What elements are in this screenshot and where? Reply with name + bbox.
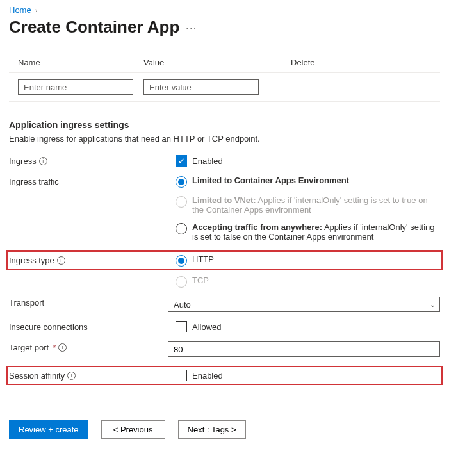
footer-bar: Review + create < Previous Next : Tags > [9, 411, 440, 439]
review-create-button[interactable]: Review + create [9, 420, 88, 439]
chevron-down-icon: ⌄ [430, 300, 436, 309]
traffic-limited-env-radio[interactable] [176, 176, 187, 188]
info-icon[interactable]: i [57, 256, 65, 265]
insecure-label: Insecure connections [9, 322, 88, 332]
column-header-name: Name [9, 58, 143, 67]
next-button[interactable]: Next : Tags > [178, 420, 246, 439]
insecure-allowed-label: Allowed [192, 322, 222, 332]
more-actions-icon[interactable]: ··· [186, 22, 197, 33]
ingress-enabled-label: Enabled [192, 156, 223, 166]
session-affinity-checkbox[interactable] [176, 370, 187, 381]
ingress-subtext: Enable ingress for applications that nee… [9, 134, 440, 144]
insecure-allowed-checkbox[interactable] [176, 321, 187, 332]
session-affinity-label: Session affinity [9, 371, 65, 381]
page-title: Create Container App [9, 17, 179, 37]
env-vars-header: Name Value Delete [9, 51, 440, 73]
ingress-type-tcp-label: TCP [192, 275, 209, 285]
ingress-enabled-checkbox[interactable]: ✓ [176, 155, 187, 167]
info-icon[interactable]: i [39, 157, 47, 165]
ingress-heading: Application ingress settings [9, 120, 440, 130]
column-header-delete: Delete [291, 58, 440, 67]
session-affinity-highlight: Session affinity i Enabled [6, 366, 443, 385]
target-port-label: Target port [9, 343, 49, 352]
traffic-limited-vnet-label: Limited to VNet: [192, 195, 256, 205]
info-icon[interactable]: i [67, 372, 76, 380]
traffic-anywhere-label: Accepting traffic from anywhere: [192, 222, 322, 232]
traffic-limited-env-label: Limited to Container Apps Environment [192, 176, 349, 185]
env-name-input[interactable] [18, 79, 133, 95]
column-header-value: Value [143, 58, 291, 67]
ingress-traffic-label: Ingress traffic [9, 177, 59, 186]
traffic-limited-vnet-radio [176, 196, 187, 208]
transport-select[interactable]: Auto ⌄ [168, 297, 440, 312]
previous-button[interactable]: < Previous [101, 420, 165, 439]
breadcrumb-home[interactable]: Home [9, 5, 31, 15]
target-port-input[interactable] [168, 341, 440, 357]
ingress-type-http-label: HTTP [192, 254, 214, 264]
session-affinity-enabled-label: Enabled [192, 371, 223, 381]
required-asterisk: * [53, 343, 56, 352]
ingress-type-label: Ingress type [9, 256, 54, 265]
info-icon[interactable]: i [58, 343, 67, 352]
breadcrumb: Home › [9, 5, 440, 15]
transport-value: Auto [174, 300, 191, 309]
transport-label: Transport [9, 298, 44, 308]
ingress-type-highlight: Ingress type i HTTP [6, 250, 443, 270]
env-value-input[interactable] [143, 79, 259, 95]
ingress-label: Ingress [9, 156, 37, 166]
chevron-right-icon: › [35, 6, 38, 14]
traffic-anywhere-radio[interactable] [176, 223, 187, 234]
ingress-type-tcp-radio [176, 276, 187, 288]
ingress-type-http-radio[interactable] [176, 255, 187, 267]
env-var-row [9, 73, 440, 102]
